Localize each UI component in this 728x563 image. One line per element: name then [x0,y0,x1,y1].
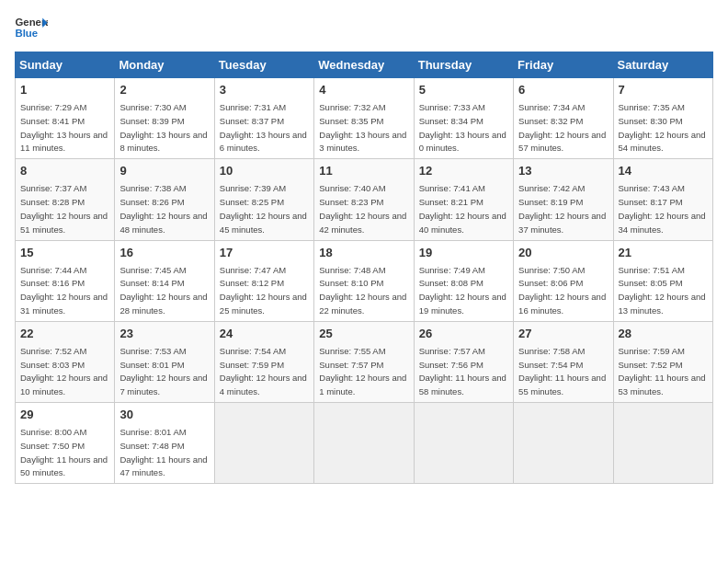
table-row: 22 Sunrise: 7:52 AMSunset: 8:03 PMDaylig… [16,321,115,402]
week-row: 29 Sunrise: 8:00 AMSunset: 7:50 PMDaylig… [16,403,713,484]
col-wednesday: Wednesday [314,52,414,78]
table-row: 25 Sunrise: 7:55 AMSunset: 7:57 PMDaylig… [314,321,414,402]
table-row: 17 Sunrise: 7:47 AMSunset: 8:12 PMDaylig… [214,240,313,321]
empty-cell [514,403,613,484]
table-row: 23 Sunrise: 7:53 AMSunset: 8:01 PMDaylig… [115,321,214,402]
table-row: 15 Sunrise: 7:44 AMSunset: 8:16 PMDaylig… [16,240,115,321]
header-row: Sunday Monday Tuesday Wednesday Thursday… [16,52,713,78]
svg-text:Blue: Blue [16,28,39,39]
table-row: 19 Sunrise: 7:49 AMSunset: 8:08 PMDaylig… [414,240,513,321]
col-thursday: Thursday [414,52,513,78]
empty-cell [214,403,313,484]
table-row: 8 Sunrise: 7:37 AMSunset: 8:28 PMDayligh… [16,159,115,240]
week-row: 1 Sunrise: 7:29 AMSunset: 8:41 PMDayligh… [16,78,713,159]
empty-cell [414,403,513,484]
col-sunday: Sunday [16,52,115,78]
col-monday: Monday [115,52,214,78]
table-row: 16 Sunrise: 7:45 AMSunset: 8:14 PMDaylig… [115,240,214,321]
logo: General Blue [15,15,48,40]
table-row: 11 Sunrise: 7:40 AMSunset: 8:23 PMDaylig… [314,159,414,240]
empty-cell [613,403,712,484]
table-row: 20 Sunrise: 7:50 AMSunset: 8:06 PMDaylig… [514,240,613,321]
table-row: 12 Sunrise: 7:41 AMSunset: 8:21 PMDaylig… [414,159,513,240]
table-row: 27 Sunrise: 7:58 AMSunset: 7:54 PMDaylig… [514,321,613,402]
week-row: 8 Sunrise: 7:37 AMSunset: 8:28 PMDayligh… [16,159,713,240]
table-row: 6 Sunrise: 7:34 AMSunset: 8:32 PMDayligh… [514,78,613,159]
table-row: 21 Sunrise: 7:51 AMSunset: 8:05 PMDaylig… [613,240,712,321]
table-row: 1 Sunrise: 7:29 AMSunset: 8:41 PMDayligh… [16,78,115,159]
table-row: 10 Sunrise: 7:39 AMSunset: 8:25 PMDaylig… [214,159,313,240]
table-row: 18 Sunrise: 7:48 AMSunset: 8:10 PMDaylig… [314,240,414,321]
table-row: 24 Sunrise: 7:54 AMSunset: 7:59 PMDaylig… [214,321,313,402]
table-row: 29 Sunrise: 8:00 AMSunset: 7:50 PMDaylig… [16,403,115,484]
col-tuesday: Tuesday [214,52,313,78]
week-row: 15 Sunrise: 7:44 AMSunset: 8:16 PMDaylig… [16,240,713,321]
table-row: 26 Sunrise: 7:57 AMSunset: 7:56 PMDaylig… [414,321,513,402]
table-row: 9 Sunrise: 7:38 AMSunset: 8:26 PMDayligh… [115,159,214,240]
calendar-table: Sunday Monday Tuesday Wednesday Thursday… [15,52,713,484]
table-row: 3 Sunrise: 7:31 AMSunset: 8:37 PMDayligh… [214,78,313,159]
table-row: 5 Sunrise: 7:33 AMSunset: 8:34 PMDayligh… [414,78,513,159]
week-row: 22 Sunrise: 7:52 AMSunset: 8:03 PMDaylig… [16,321,713,402]
col-saturday: Saturday [613,52,712,78]
logo-icon: General Blue [15,15,48,40]
table-row: 30 Sunrise: 8:01 AMSunset: 7:48 PMDaylig… [115,403,214,484]
table-row: 2 Sunrise: 7:30 AMSunset: 8:39 PMDayligh… [115,78,214,159]
col-friday: Friday [514,52,613,78]
table-row: 28 Sunrise: 7:59 AMSunset: 7:52 PMDaylig… [613,321,712,402]
table-row: 4 Sunrise: 7:32 AMSunset: 8:35 PMDayligh… [314,78,414,159]
table-row: 7 Sunrise: 7:35 AMSunset: 8:30 PMDayligh… [613,78,712,159]
empty-cell [314,403,414,484]
table-row: 13 Sunrise: 7:42 AMSunset: 8:19 PMDaylig… [514,159,613,240]
page-header: General Blue [15,15,713,40]
table-row: 14 Sunrise: 7:43 AMSunset: 8:17 PMDaylig… [613,159,712,240]
